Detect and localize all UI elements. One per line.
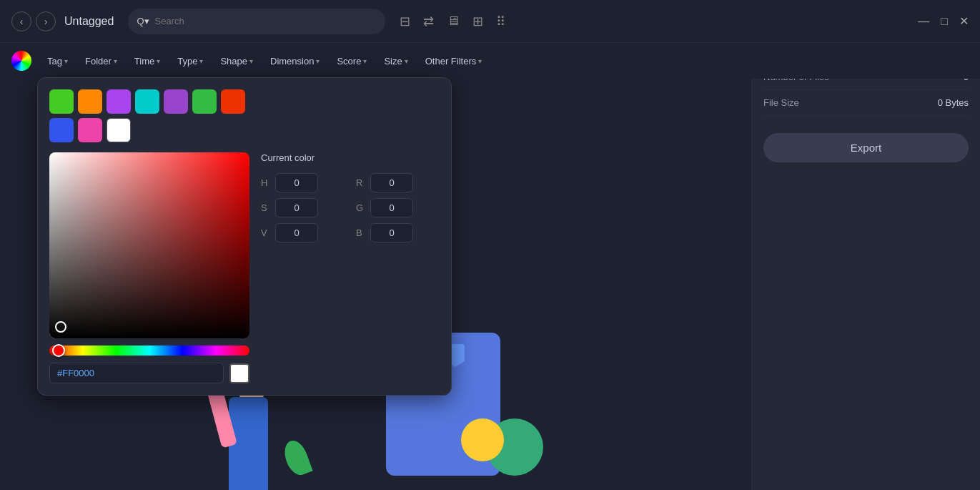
field-v: V: [261, 223, 345, 242]
circle-yellow: [461, 418, 504, 461]
hue-slider-container: [49, 346, 249, 356]
s-input[interactable]: [275, 198, 318, 217]
filterbar: Tag ▾ Folder ▾ Time ▾ Type ▾ Shape ▾ Dim…: [0, 43, 980, 79]
grid-icon[interactable]: ⊞: [472, 14, 483, 29]
picker-left: [49, 152, 249, 383]
swatch-violet[interactable]: [164, 89, 188, 114]
size-value: 0 Bytes: [938, 97, 969, 108]
titlebar: ‹ › Untagged Q▾ ⊟ ⇄ 🖥 ⊞ ⠿ — □ ✕: [0, 0, 980, 43]
color-swatches: [49, 89, 440, 142]
swatch-green2[interactable]: [192, 89, 217, 114]
field-g: G: [356, 198, 440, 217]
toolbar-icons: ⊟ ⇄ 🖥 ⊞ ⠿: [400, 14, 505, 29]
v-input[interactable]: [275, 223, 318, 242]
tag-chevron: ▾: [64, 57, 68, 65]
g-input[interactable]: [370, 198, 413, 217]
swatch-orange[interactable]: [78, 89, 102, 114]
picker-body: Current color H R S G: [49, 152, 440, 383]
back-button[interactable]: ‹: [11, 11, 31, 31]
close-button[interactable]: ✕: [959, 14, 969, 28]
current-color-label: Current color: [261, 152, 440, 163]
shape-filter[interactable]: Shape ▾: [213, 52, 260, 70]
type-chevron: ▾: [199, 57, 203, 65]
size-chevron: ▾: [405, 57, 408, 65]
window-title: Untagged: [64, 15, 114, 28]
field-r: R: [356, 173, 440, 192]
hue-slider[interactable]: [49, 346, 249, 356]
hex-input-row: [49, 363, 249, 383]
field-b: B: [356, 223, 440, 242]
maximize-button[interactable]: □: [941, 15, 948, 28]
search-input[interactable]: [155, 16, 377, 26]
swatch-red-orange[interactable]: [221, 89, 245, 114]
hsv-rgb-grid: H R S G V: [261, 173, 440, 242]
tag-filter[interactable]: Tag ▾: [40, 52, 75, 70]
apps-icon[interactable]: ⠿: [496, 14, 505, 29]
shape-chevron: ▾: [249, 57, 253, 65]
score-chevron: ▾: [363, 57, 367, 65]
time-filter[interactable]: Time ▾: [127, 52, 167, 70]
plant: [286, 440, 307, 476]
field-h: H: [261, 173, 345, 192]
gradient-handle[interactable]: [55, 321, 66, 333]
color-picker-popup: Current color H R S G: [37, 77, 452, 396]
s-label: S: [261, 202, 271, 213]
hex-input[interactable]: [49, 363, 224, 383]
r-input[interactable]: [370, 173, 413, 192]
color-preview-box: [229, 363, 249, 383]
panel-toggle-icon[interactable]: ⊟: [400, 14, 410, 29]
h-label: H: [261, 177, 271, 188]
minimize-button[interactable]: —: [918, 15, 929, 28]
swatch-purple[interactable]: [107, 89, 131, 114]
folder-chevron: ▾: [114, 57, 117, 65]
h-input[interactable]: [275, 173, 318, 192]
sort-icon[interactable]: ⇄: [423, 14, 434, 29]
swatch-blue[interactable]: [49, 118, 74, 142]
v-label: V: [261, 227, 271, 238]
other-chevron: ▾: [478, 57, 482, 65]
score-filter[interactable]: Score ▾: [330, 52, 374, 70]
hue-handle[interactable]: [52, 344, 65, 357]
field-s: S: [261, 198, 345, 217]
leaf: [280, 437, 312, 478]
window-controls: — □ ✕: [918, 14, 969, 28]
other-filters[interactable]: Other Filters ▾: [418, 52, 490, 70]
export-button[interactable]: Export: [763, 133, 969, 162]
time-chevron: ▾: [157, 57, 160, 65]
forward-button[interactable]: ›: [36, 11, 56, 31]
swatch-green[interactable]: [49, 89, 74, 114]
search-type-dropdown[interactable]: Q▾: [137, 16, 149, 26]
color-wheel-icon[interactable]: [11, 51, 31, 71]
b-input[interactable]: [370, 223, 413, 242]
b-label: B: [356, 227, 366, 238]
size-filter[interactable]: Size ▾: [377, 52, 415, 70]
swatch-white[interactable]: [107, 118, 131, 142]
type-filter[interactable]: Type ▾: [170, 52, 210, 70]
size-label: File Size: [763, 97, 799, 108]
dimension-filter[interactable]: Dimension ▾: [263, 52, 327, 70]
picker-controls: Current color H R S G: [261, 152, 440, 383]
display-icon[interactable]: 🖥: [447, 14, 460, 29]
swatch-pink[interactable]: [78, 118, 102, 142]
dimension-chevron: ▾: [316, 57, 320, 65]
size-row: File Size 0 Bytes: [763, 90, 969, 116]
r-label: R: [356, 177, 366, 188]
search-bar: Q▾: [128, 9, 385, 34]
swatch-cyan[interactable]: [135, 89, 159, 114]
nav-buttons: ‹ ›: [11, 11, 56, 31]
color-gradient[interactable]: [49, 152, 249, 338]
g-label: G: [356, 202, 366, 213]
folder-filter[interactable]: Folder ▾: [78, 52, 124, 70]
